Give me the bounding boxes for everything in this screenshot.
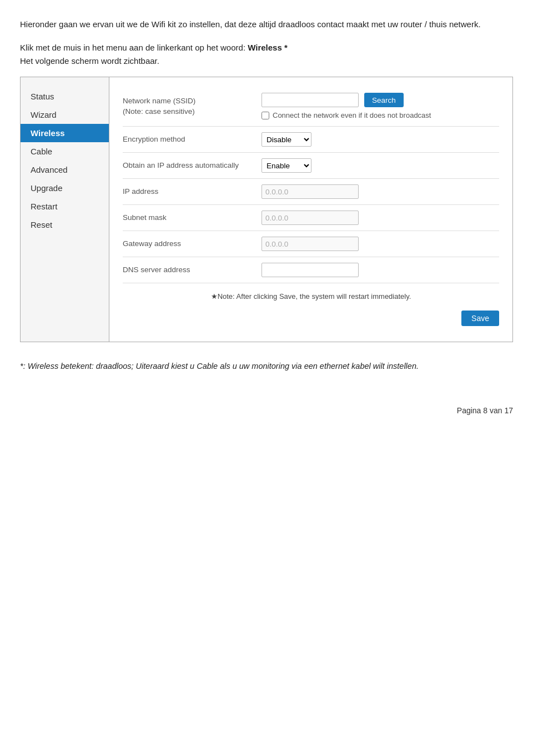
gateway-row: Gateway address xyxy=(123,231,499,257)
sidebar-item-status[interactable]: Status xyxy=(21,87,109,106)
instruction-post: Het volgende scherm wordt zichtbaar. xyxy=(20,56,159,66)
gateway-field xyxy=(262,237,499,251)
dns-row: DNS server address xyxy=(123,257,499,283)
broadcast-label-text: Connect the network even if it does not … xyxy=(273,111,431,121)
broadcast-row: Connect the network even if it does not … xyxy=(262,111,499,121)
page-number: Pagina 8 van 17 xyxy=(20,406,513,415)
ip-address-field xyxy=(262,184,499,199)
obtain-ip-label: Obtain an IP address automatically xyxy=(123,161,262,171)
subnet-mask-label: Subnet mask xyxy=(123,213,262,223)
router-ui-panel: Status Wizard Wireless Cable Advanced Up… xyxy=(20,77,513,342)
sidebar-item-upgrade[interactable]: Upgrade xyxy=(21,179,109,197)
obtain-ip-field: Enable Disable xyxy=(262,158,499,173)
dns-input[interactable] xyxy=(262,263,359,277)
main-content: Network name (SSID) (Note: case sensitiv… xyxy=(109,77,512,342)
obtain-ip-row: Obtain an IP address automatically Enabl… xyxy=(123,153,499,179)
encryption-label: Encryption method xyxy=(123,134,262,145)
subnet-mask-field xyxy=(262,211,499,225)
intro-paragraph1: Hieronder gaan we ervan uit we de Wifi k… xyxy=(20,18,513,31)
dns-field xyxy=(262,263,499,277)
intro-paragraph2: Klik met de muis in het menu aan de link… xyxy=(20,41,513,68)
search-button[interactable]: Search xyxy=(364,93,404,107)
sidebar-item-cable[interactable]: Cable xyxy=(21,142,109,161)
obtain-ip-select[interactable]: Enable Disable xyxy=(262,158,311,173)
ssid-input[interactable] xyxy=(262,93,359,107)
dns-label: DNS server address xyxy=(123,265,262,276)
encryption-row: Encryption method Disable WEP WPA WPA2 xyxy=(123,127,499,153)
ssid-right: Search Connect the network even if it do… xyxy=(262,93,499,121)
ip-address-label: IP address xyxy=(123,187,262,197)
ssid-label-line1: Network name (SSID) xyxy=(123,97,195,105)
subnet-mask-input[interactable] xyxy=(262,211,359,225)
ssid-label: Network name (SSID) (Note: case sensitiv… xyxy=(123,96,262,117)
save-row: Save xyxy=(123,311,499,332)
ip-address-row: IP address xyxy=(123,179,499,205)
sidebar: Status Wizard Wireless Cable Advanced Up… xyxy=(21,77,109,342)
save-note: ★Note: After clicking Save, the system w… xyxy=(123,292,499,301)
broadcast-checkbox[interactable] xyxy=(262,112,269,119)
encryption-field: Disable WEP WPA WPA2 xyxy=(262,132,499,147)
sidebar-item-advanced[interactable]: Advanced xyxy=(21,161,109,179)
sidebar-item-reset[interactable]: Reset xyxy=(21,216,109,234)
save-button[interactable]: Save xyxy=(461,311,499,326)
sidebar-item-wireless[interactable]: Wireless xyxy=(21,124,109,142)
ssid-input-row: Search xyxy=(262,93,499,107)
ssid-label-line2: (Note: case sensitive) xyxy=(123,107,195,116)
encryption-select[interactable]: Disable WEP WPA WPA2 xyxy=(262,132,311,147)
broadcast-checkbox-label[interactable]: Connect the network even if it does not … xyxy=(262,111,431,121)
gateway-input[interactable] xyxy=(262,237,359,251)
ssid-row: Network name (SSID) (Note: case sensitiv… xyxy=(123,87,499,127)
footer-note: *: Wireless betekent: draadloos; Uiteraa… xyxy=(20,360,513,373)
sidebar-item-restart[interactable]: Restart xyxy=(21,197,109,216)
wireless-bold: Wireless * xyxy=(248,43,288,52)
sidebar-item-wizard[interactable]: Wizard xyxy=(21,106,109,124)
ip-address-input[interactable] xyxy=(262,184,359,199)
gateway-label: Gateway address xyxy=(123,239,262,249)
instruction-pre: Klik met de muis in het menu aan de link… xyxy=(20,43,248,52)
subnet-mask-row: Subnet mask xyxy=(123,205,499,231)
